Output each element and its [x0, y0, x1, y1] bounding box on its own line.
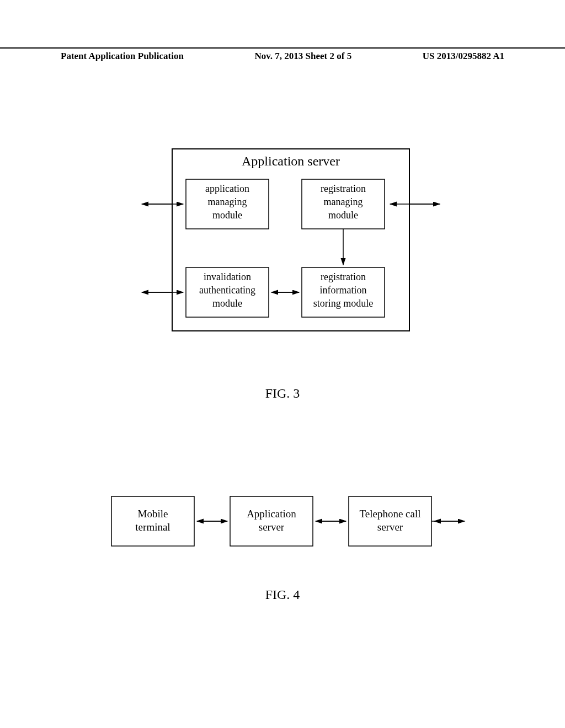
figure-4-svg: Mobile terminal Application server Telep… [67, 480, 498, 568]
reg-info-l3: storing module [313, 298, 374, 309]
app-managing-l1: application [205, 183, 249, 194]
reg-managing-l2: managing [324, 196, 363, 207]
figure-3-caption: FIG. 3 [0, 386, 565, 401]
reg-managing-l3: module [328, 210, 358, 221]
reg-managing-l1: registration [321, 183, 366, 194]
header-left: Patent Application Publication [61, 51, 184, 62]
app-server-title: Application server [242, 154, 340, 168]
figure-3-svg: Application server application managing … [84, 143, 481, 364]
application-server-l1: Application [247, 508, 296, 520]
application-server-l2: server [259, 521, 285, 533]
mobile-terminal-l2: terminal [135, 521, 170, 533]
figure-3: Application server application managing … [0, 143, 565, 401]
header-center: Nov. 7, 2013 Sheet 2 of 5 [254, 51, 351, 62]
telephone-call-l2: server [377, 521, 403, 533]
invalid-auth-l2: authenticating [199, 285, 255, 296]
app-server-container [172, 149, 409, 331]
invalid-auth-l1: invalidation [204, 271, 251, 282]
figure-4: Mobile terminal Application server Telep… [0, 480, 565, 602]
telephone-call-l1: Telephone call [359, 508, 420, 520]
app-managing-l2: managing [208, 196, 247, 207]
page-header: Patent Application Publication Nov. 7, 2… [0, 47, 565, 62]
header-right: US 2013/0295882 A1 [423, 51, 504, 62]
figure-4-caption: FIG. 4 [0, 587, 565, 602]
app-managing-l3: module [212, 210, 242, 221]
mobile-terminal-l1: Mobile [138, 508, 168, 520]
reg-info-l2: information [320, 285, 367, 296]
reg-info-l1: registration [321, 271, 366, 282]
invalid-auth-l3: module [212, 298, 242, 309]
